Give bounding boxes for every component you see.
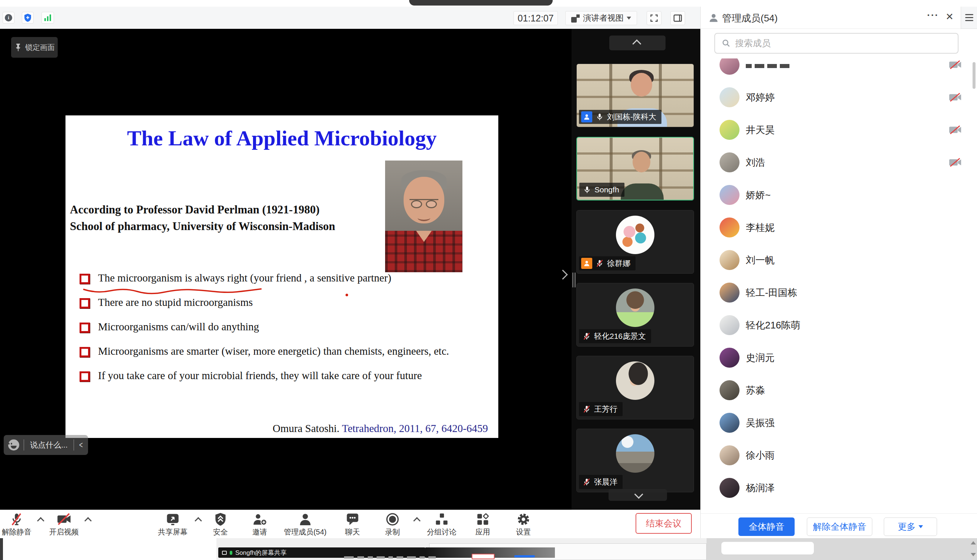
member-row[interactable]: 娇娇~ bbox=[701, 178, 977, 211]
toolbar-chat-button[interactable]: 聊天 bbox=[345, 512, 360, 537]
tile-name-bar: 徐群娜 bbox=[579, 256, 635, 270]
member-search-box[interactable] bbox=[714, 33, 959, 53]
toolbar-unmute-button[interactable]: 解除静音 bbox=[2, 512, 32, 537]
member-name: 徐小雨 bbox=[746, 449, 775, 462]
meeting-timer: 01:12:07 bbox=[514, 11, 558, 25]
network-quality-button[interactable] bbox=[42, 12, 54, 24]
member-row[interactable]: 徐小雨 bbox=[701, 439, 977, 472]
toolbar-share-screen-button[interactable]: 共享屏幕 bbox=[158, 512, 188, 537]
host-badge-icon bbox=[581, 111, 592, 122]
toolbar-invite-button[interactable]: 邀请 bbox=[252, 512, 267, 537]
background-dark-edge bbox=[0, 538, 3, 560]
quick-chat-bar[interactable]: 说点什么... < bbox=[4, 435, 88, 455]
tile-name-bar: 刘国栋-陕科大 bbox=[579, 110, 662, 124]
toolbar-label: 解除静音 bbox=[2, 527, 32, 537]
toolbar-manage-members-button[interactable]: 管理成员(54) bbox=[284, 512, 327, 537]
member-row[interactable]: 轻化216陈萌 bbox=[701, 309, 977, 342]
member-row[interactable]: 史润元 bbox=[701, 342, 977, 374]
fullscreen-button[interactable] bbox=[647, 11, 662, 25]
member-avatar bbox=[720, 87, 740, 107]
share-options-chevron[interactable] bbox=[195, 517, 202, 525]
view-mode-selector[interactable]: 演讲者视图 bbox=[565, 11, 637, 25]
chat-input-placeholder[interactable]: 说点什么... bbox=[28, 440, 69, 450]
member-name: 史润元 bbox=[746, 352, 775, 364]
toolbar-label: 设置 bbox=[516, 527, 531, 537]
emoji-icon[interactable] bbox=[8, 439, 19, 450]
meeting-info-button[interactable]: i bbox=[3, 12, 15, 24]
toolbar-breakout-button[interactable]: 分组讨论 bbox=[427, 512, 457, 537]
participant-avatar bbox=[616, 288, 654, 327]
toolbar-label: 聊天 bbox=[345, 527, 360, 537]
member-row[interactable]: 轻工-田国栋 bbox=[701, 276, 977, 309]
toolbar-label: 管理成员(54) bbox=[284, 527, 327, 537]
slide-title: The Law of Applied Microbiology bbox=[65, 126, 498, 150]
member-row[interactable]: 邓婷婷 bbox=[701, 81, 977, 113]
video-options-chevron[interactable] bbox=[84, 517, 92, 525]
settings-gear-icon bbox=[517, 512, 530, 526]
tile-name-bar: 张晨洋 bbox=[579, 475, 623, 489]
collapse-chat-icon[interactable]: < bbox=[79, 440, 83, 450]
filmstrip-scroll-up-button[interactable] bbox=[609, 35, 665, 50]
bullet-square-icon bbox=[80, 274, 90, 284]
side-panel-toggle-button[interactable] bbox=[670, 11, 685, 25]
window-menu-button[interactable] bbox=[961, 7, 977, 29]
video-tile[interactable]: 刘国栋-陕科大 bbox=[576, 63, 694, 127]
member-row[interactable]: 刘浩 bbox=[701, 146, 977, 178]
member-avatar bbox=[720, 413, 740, 433]
member-name: 苏淼 bbox=[746, 384, 765, 397]
member-row[interactable]: 苏淼 bbox=[701, 374, 977, 407]
member-row[interactable]: 吴振强 bbox=[701, 407, 977, 439]
mic-options-chevron[interactable] bbox=[37, 517, 44, 525]
attribution-line1: According to Professor David Perlman (19… bbox=[70, 201, 335, 218]
unmute-all-button[interactable]: 解除全体静音 bbox=[807, 517, 872, 536]
video-tile[interactable]: 张晨洋 bbox=[576, 429, 694, 492]
toolbar-security-button[interactable]: 安全 bbox=[213, 512, 228, 537]
screen-share-label: Songfh的屏幕共享 bbox=[235, 548, 287, 557]
member-row[interactable]: 刘一帆 bbox=[701, 244, 977, 276]
more-options-icon[interactable]: ··· bbox=[927, 10, 939, 21]
toolbar-apps-button[interactable]: 应用 bbox=[475, 512, 490, 537]
video-tile[interactable]: 徐群娜 bbox=[576, 210, 694, 274]
member-row[interactable]: 井天昊 bbox=[701, 113, 977, 146]
record-options-chevron[interactable] bbox=[413, 517, 421, 525]
video-tile[interactable]: 王芳行 bbox=[576, 356, 694, 420]
mic-off-icon bbox=[583, 478, 591, 486]
manage-members-panel: 管理成员(54) ··· ✕ bbox=[700, 7, 977, 538]
end-meeting-button[interactable]: 结束会议 bbox=[635, 513, 692, 534]
member-row[interactable]: 李桂妮 bbox=[701, 211, 977, 244]
lock-view-button[interactable]: 锁定画面 bbox=[11, 37, 58, 58]
attribution-line2: School of pharmacy, University of Wiscon… bbox=[70, 218, 335, 235]
toolbar-record-button[interactable]: 录制 bbox=[385, 512, 400, 537]
background-window-left bbox=[3, 538, 217, 560]
member-name: 杨润泽 bbox=[746, 482, 775, 495]
meeting-security-button[interactable] bbox=[22, 12, 34, 24]
video-tile[interactable]: 轻化216庞景文 bbox=[576, 283, 694, 347]
slide-bullet: Microorganisms can/will do anything bbox=[80, 320, 492, 344]
record-icon bbox=[385, 512, 400, 526]
toolbar-settings-button[interactable]: 设置 bbox=[516, 512, 531, 537]
member-row[interactable] bbox=[701, 58, 977, 81]
member-row[interactable]: 杨润泽 bbox=[701, 472, 977, 504]
more-button[interactable]: 更多 bbox=[884, 517, 937, 536]
filmstrip-scroll-down-button[interactable] bbox=[609, 489, 667, 501]
mic-on-icon bbox=[595, 113, 604, 121]
more-button-label: 更多 bbox=[898, 521, 915, 533]
slide-bullet: The microorganism is always right (your … bbox=[80, 271, 492, 295]
citation-author: Omura Satoshi. bbox=[273, 422, 342, 434]
members-panel-header: 管理成员(54) ··· ✕ bbox=[701, 7, 977, 29]
filmstrip-resize-handle[interactable] bbox=[572, 273, 575, 287]
scrollbar[interactable] bbox=[972, 62, 975, 89]
toolbar-start-video-button[interactable]: 开启视频 bbox=[49, 512, 79, 537]
close-icon[interactable]: ✕ bbox=[945, 11, 954, 23]
video-tile[interactable]: Songfh bbox=[576, 137, 694, 200]
share-control-notch[interactable] bbox=[409, 0, 553, 5]
expand-filmstrip-icon[interactable] bbox=[558, 270, 568, 280]
slide-bullet: There are no stupid microorganisms bbox=[80, 295, 492, 320]
shield-plus-icon bbox=[24, 13, 32, 22]
layout-icon bbox=[571, 14, 580, 23]
slide-bullet: Microorganisms are smarter (wiser, more … bbox=[80, 344, 492, 368]
slide-citation: Omura Satoshi. Tetrahedron, 2011, 67, 64… bbox=[273, 422, 488, 435]
info-icon: i bbox=[5, 14, 12, 22]
mute-all-button[interactable]: 全体静音 bbox=[739, 517, 795, 536]
search-input[interactable] bbox=[734, 38, 935, 49]
